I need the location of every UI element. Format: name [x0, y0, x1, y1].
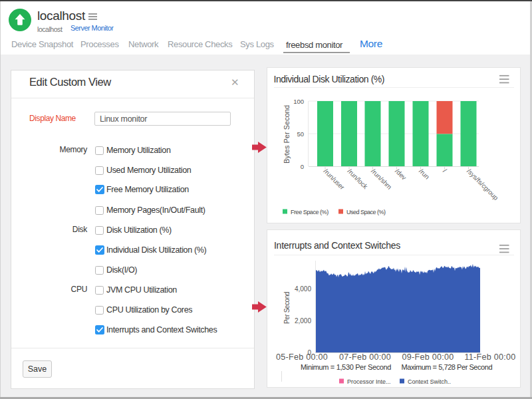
svg-text:Context Switch..: Context Switch..	[408, 378, 451, 385]
svg-text:Free Space (%): Free Space (%)	[291, 209, 329, 215]
svg-text:09-Feb 00:00: 09-Feb 00:00	[402, 352, 454, 362]
svg-text:07-Feb 00:00: 07-Feb 00:00	[339, 352, 391, 362]
svg-text:05-Feb 00:00: 05-Feb 00:00	[276, 352, 328, 362]
svg-text:0: 0	[301, 163, 304, 170]
svg-text:100: 100	[293, 98, 304, 105]
svg-text:11-Feb 00:00: 11-Feb 00:00	[464, 352, 515, 362]
svg-text:Interrupts and Context Switche: Interrupts and Context Switches	[274, 240, 400, 251]
svg-text:Maximum = 5,728 Per Second: Maximum = 5,728 Per Second	[402, 363, 493, 371]
svg-text:/run/shm: /run/shm	[370, 168, 393, 191]
svg-text:Individual Disk Utilization (%: Individual Disk Utilization (%)	[274, 74, 385, 84]
svg-text:/run: /run	[418, 168, 431, 181]
svg-text:/run/user: /run/user	[323, 168, 346, 192]
svg-text:Minimum = 1,530 Per Second: Minimum = 1,530 Per Second	[301, 363, 391, 371]
svg-text:/: /	[442, 168, 448, 174]
svg-text:/run/lock: /run/lock	[346, 168, 370, 191]
svg-text:/sys/fs/cgroup: /sys/fs/cgroup	[466, 168, 500, 202]
svg-text:4,000: 4,000	[295, 285, 311, 293]
svg-text:50: 50	[297, 130, 304, 138]
svg-text:2,000: 2,000	[295, 317, 311, 325]
svg-text:Per Second: Per Second	[283, 292, 291, 324]
svg-text:Bytes Per Second: Bytes Per Second	[283, 105, 291, 164]
svg-text:Used Space (%): Used Space (%)	[346, 209, 386, 215]
svg-text:/dev: /dev	[394, 168, 408, 182]
svg-text:Processor Inte...: Processor Inte...	[347, 378, 391, 385]
